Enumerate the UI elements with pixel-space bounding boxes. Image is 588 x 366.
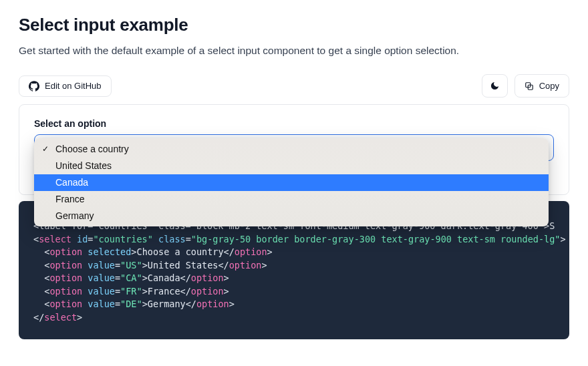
dropdown-option[interactable]: France xyxy=(34,191,549,208)
country-dropdown[interactable]: ✓Choose a countryUnited StatesCanadaFran… xyxy=(34,138,549,226)
toolbar: Edit on GitHub Copy xyxy=(19,74,569,98)
dropdown-option-label: Choose a country xyxy=(55,143,129,156)
page-title: Select input example xyxy=(19,15,569,35)
dropdown-option-label: Germany xyxy=(55,210,94,222)
copy-label: Copy xyxy=(539,81,559,91)
copy-icon xyxy=(525,81,534,91)
edit-github-label: Edit on GitHub xyxy=(45,81,102,91)
page-subtitle: Get started with the default example of … xyxy=(19,45,569,57)
dropdown-option[interactable]: Canada xyxy=(34,174,549,191)
dropdown-option[interactable]: ✓Choose a country xyxy=(34,141,549,158)
preview-panel: Select an option ✓Choose a countryUnited… xyxy=(19,104,569,195)
dropdown-option-label: France xyxy=(55,193,85,206)
check-icon: ✓ xyxy=(42,144,49,154)
edit-github-button[interactable]: Edit on GitHub xyxy=(19,75,112,97)
select-label: Select an option xyxy=(34,118,554,129)
dark-mode-toggle[interactable] xyxy=(482,74,508,98)
dropdown-option-label: United States xyxy=(55,160,112,172)
copy-button[interactable]: Copy xyxy=(514,74,569,98)
dropdown-option[interactable]: United States xyxy=(34,158,549,174)
dropdown-option-label: Canada xyxy=(55,176,88,189)
github-icon xyxy=(29,81,39,92)
moon-icon xyxy=(490,81,500,91)
dropdown-option[interactable]: Germany xyxy=(34,208,549,224)
